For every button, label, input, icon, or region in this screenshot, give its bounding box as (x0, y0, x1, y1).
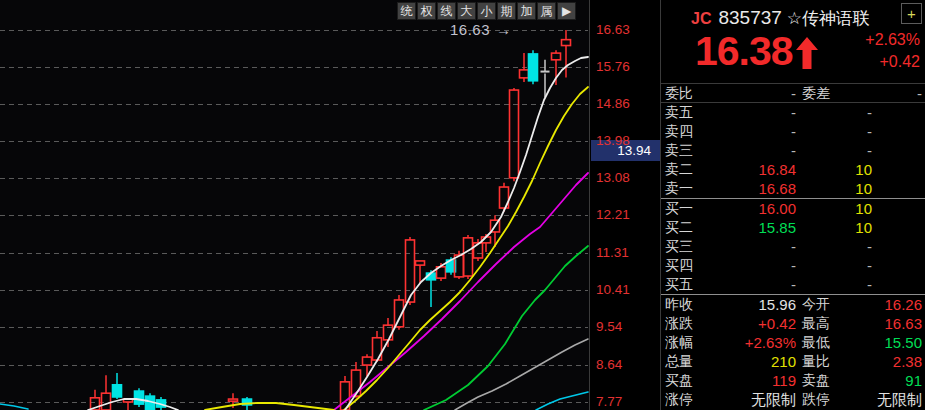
ma-gray (455, 339, 588, 410)
candle-down (113, 385, 122, 397)
level-price[interactable]: - (716, 103, 796, 122)
market-badge: JC (691, 10, 711, 27)
bid-level-row[interactable]: 买二15.8510 (661, 218, 925, 237)
price-axis-label: 10.41 (596, 282, 630, 297)
stat-label: 昨收 (665, 295, 693, 314)
price-axis-label: 15.76 (596, 59, 630, 74)
bid-level-row[interactable]: 买四-- (661, 256, 925, 275)
stat-value: 91 (839, 371, 922, 390)
price-axis-label: 7.77 (596, 394, 622, 409)
toolbar-button-统[interactable]: 统 (397, 2, 416, 20)
stat-row: 买盘119卖盘91 (661, 371, 925, 390)
level-price[interactable]: - (716, 237, 796, 256)
stat-value: 2.38 (839, 352, 922, 371)
level-label: 买二 (665, 218, 693, 237)
stat-label: 卖盘 (802, 371, 830, 390)
level-qty: - (796, 237, 872, 256)
ask-level-row[interactable]: 卖三-- (661, 141, 925, 160)
level-price[interactable]: - (716, 141, 796, 160)
chart-toolbar: 统权线大小期加属▶ (397, 2, 576, 20)
ask-level-row[interactable]: 卖二16.8410 (661, 160, 925, 179)
ask-level-row[interactable]: 卖四-- (661, 122, 925, 141)
price-axis: 13.94 16.6315.7614.8613.9813.0812.2111.3… (589, 0, 660, 410)
bid-level-row[interactable]: 买五-- (661, 275, 925, 294)
level-price[interactable]: 16.84 (716, 160, 796, 179)
ma-yellow-left (205, 403, 334, 410)
stat-label: 涨幅 (665, 333, 693, 352)
weicha-value: - (839, 84, 922, 103)
price-axis-label: 11.31 (596, 245, 629, 260)
chart-canvas[interactable] (0, 0, 589, 410)
price-axis-label: 16.63 (596, 22, 630, 37)
stat-row: 总量210量比2.38 (661, 352, 925, 371)
ask-level-row[interactable]: 卖五-- (661, 103, 925, 122)
add-button[interactable]: + (901, 3, 922, 24)
stat-label: 跌停 (802, 390, 830, 409)
level-price[interactable]: - (716, 256, 796, 275)
stat-label: 买盘 (665, 371, 693, 390)
level-qty: - (796, 275, 872, 294)
stats-table: 昨收15.96今开16.26涨跌+0.42最高16.63涨幅+2.63%最低15… (661, 295, 925, 409)
toolbar-button-大[interactable]: 大 (457, 2, 476, 20)
bid-levels: 买一16.0010买二15.8510买三--买四--买五-- (661, 199, 925, 294)
toolbar-button-小[interactable]: 小 (477, 2, 496, 20)
toolbar-button-加[interactable]: 加 (517, 2, 536, 20)
weibi-row: 委比 - 委差 - (661, 84, 925, 103)
stock-code: 835737 (718, 7, 781, 28)
candlestick-chart[interactable]: 16.63→ (0, 0, 589, 410)
level-label: 卖五 (665, 103, 693, 122)
change-percent: +2.63% (865, 31, 920, 48)
bid-level-row[interactable]: 买三-- (661, 237, 925, 256)
toolbar-button-期[interactable]: 期 (497, 2, 516, 20)
ma-yellow (344, 87, 588, 410)
stat-label: 涨跌 (665, 314, 693, 333)
change-value: +0.42 (880, 53, 920, 70)
stat-row: 昨收15.96今开16.26 (661, 295, 925, 314)
price-axis-label: 9.54 (596, 319, 622, 334)
stat-value: +0.42 (716, 314, 796, 333)
toolbar-more-button[interactable]: ▶ (557, 2, 576, 20)
ma-cyan-left (0, 404, 28, 409)
stat-value: +2.63% (716, 333, 796, 352)
candle-up (416, 261, 425, 265)
quote-header: JC835737☆传神语联 + 16.38 +2.63% +0.42 (661, 0, 925, 84)
stat-row: 涨跌+0.42最高16.63 (661, 314, 925, 333)
stat-value: 119 (716, 371, 796, 390)
last-price: 16.38 (695, 28, 793, 74)
stat-value: 无限制 (716, 390, 796, 409)
weibi-value: - (716, 84, 796, 103)
candle-down (529, 54, 538, 81)
stat-value: 无限制 (839, 390, 922, 409)
candle-up (229, 399, 238, 401)
level-qty: - (796, 141, 872, 160)
level-qty: - (796, 256, 872, 275)
level-label: 卖二 (665, 160, 693, 179)
stat-value: 15.50 (839, 333, 922, 352)
candle-up (520, 70, 529, 78)
level-price[interactable]: - (716, 275, 796, 294)
price-axis-label: 13.08 (596, 170, 630, 185)
toolbar-button-线[interactable]: 线 (437, 2, 456, 20)
price-axis-label: 12.21 (596, 207, 630, 222)
level-price[interactable]: 16.68 (716, 179, 796, 198)
weicha-label: 委差 (802, 84, 830, 103)
price-axis-label: 8.64 (596, 357, 622, 372)
stat-label: 涨停 (665, 390, 693, 409)
level-price[interactable]: 15.85 (716, 218, 796, 237)
candle-up (363, 357, 372, 365)
bid-level-row[interactable]: 买一16.0010 (661, 199, 925, 218)
toolbar-button-权[interactable]: 权 (417, 2, 436, 20)
level-label: 卖三 (665, 141, 693, 160)
level-label: 买三 (665, 237, 693, 256)
weibi-label: 委比 (665, 84, 693, 103)
stat-value: 210 (716, 352, 796, 371)
level-price[interactable]: - (716, 122, 796, 141)
stat-label: 最高 (802, 314, 830, 333)
level-label: 卖一 (665, 179, 693, 198)
level-price[interactable]: 16.00 (716, 199, 796, 218)
stock-name: ☆传神语联 (787, 9, 870, 28)
stat-label: 最低 (802, 333, 830, 352)
toolbar-button-属[interactable]: 属 (537, 2, 556, 20)
stat-value: 15.96 (716, 295, 796, 314)
ask-level-row[interactable]: 卖一16.6810 (661, 179, 925, 198)
